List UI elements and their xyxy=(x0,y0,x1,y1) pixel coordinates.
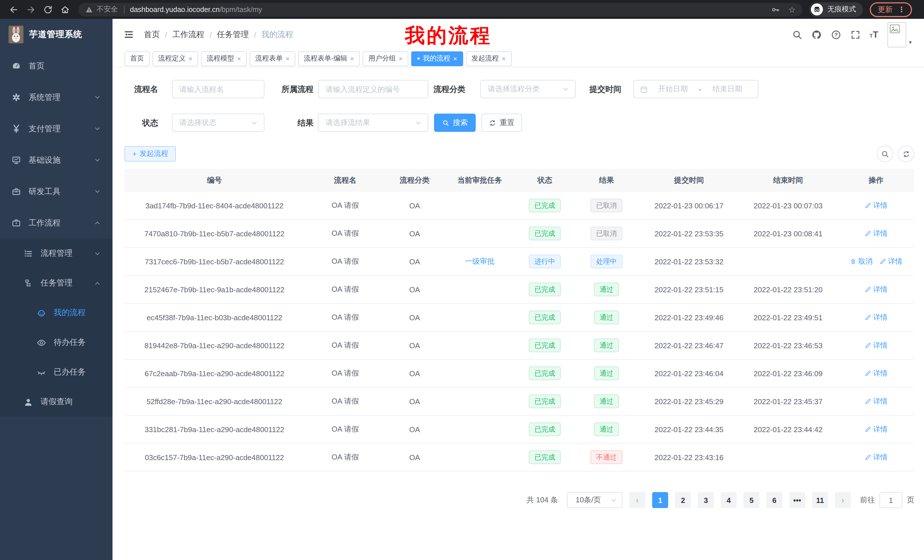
sidebar-item-label: 任务管理 xyxy=(40,278,72,288)
app-logo[interactable]: 芋道管理系统 xyxy=(0,19,112,50)
sidebar-item-done-tasks[interactable]: 已办任务 xyxy=(0,357,112,387)
close-icon[interactable]: × xyxy=(350,55,354,62)
page-button[interactable]: 6 xyxy=(766,492,782,508)
filter-form: 流程名 所属流程 流程分类 请选择流程分类 提交时间 开始日期 - 结束日期 xyxy=(124,80,914,132)
tab-my-process[interactable]: ●我的流程× xyxy=(411,51,463,66)
result-badge: 通过 xyxy=(594,367,619,380)
sidebar-item-payment[interactable]: 支付管理 xyxy=(0,113,112,144)
sidebar-item-leave-query[interactable]: 请假查询 xyxy=(0,387,112,417)
process-definition-input[interactable] xyxy=(318,80,428,98)
reset-button[interactable]: 重置 xyxy=(482,114,522,132)
page-button[interactable]: 1 xyxy=(652,492,668,508)
process-name-label: 流程名 xyxy=(124,80,158,98)
security-label[interactable]: 不安全 xyxy=(96,4,118,14)
status-select[interactable]: 请选择状态 xyxy=(172,114,264,132)
detail-link[interactable]: 详情 xyxy=(865,201,888,210)
avatar[interactable] xyxy=(888,22,906,47)
more-pages-button[interactable]: ••• xyxy=(789,492,805,508)
tab-home[interactable]: 首页 xyxy=(124,51,150,66)
detail-link[interactable]: 详情 xyxy=(865,368,888,378)
search-icon[interactable] xyxy=(792,29,802,40)
sidebar-item-home[interactable]: 首页 xyxy=(0,50,112,82)
page-button[interactable]: 5 xyxy=(744,492,759,508)
tab-process-definition[interactable]: 流程定义× xyxy=(153,51,198,66)
pencil-icon xyxy=(865,314,872,321)
tab-process-model[interactable]: 流程模型× xyxy=(201,51,247,66)
status-badge: 已完成 xyxy=(529,422,561,436)
search-button[interactable]: 搜索 xyxy=(434,114,476,132)
close-icon[interactable]: × xyxy=(237,55,241,62)
font-size-icon[interactable]: TT xyxy=(870,30,879,39)
show-search-button[interactable] xyxy=(877,145,893,162)
detail-link[interactable]: 详情 xyxy=(865,313,888,322)
update-button[interactable]: 更新 ⋮ xyxy=(870,2,912,17)
tab-start-process[interactable]: 发起流程× xyxy=(466,51,512,66)
detail-link[interactable]: 详情 xyxy=(865,424,888,434)
detail-link[interactable]: 详情 xyxy=(865,452,888,462)
prev-page-button[interactable]: ‹ xyxy=(629,492,645,508)
bookmark-star-icon[interactable]: ☆ xyxy=(788,5,795,13)
detail-link[interactable]: 详情 xyxy=(865,229,888,238)
sidebar-item-dev-tools[interactable]: 研发工具 xyxy=(0,176,112,207)
detail-link[interactable]: 详情 xyxy=(865,340,888,350)
forward-icon[interactable] xyxy=(26,4,36,15)
refresh-table-button[interactable] xyxy=(898,145,914,162)
close-icon[interactable]: × xyxy=(502,55,506,62)
page-button[interactable]: 3 xyxy=(698,492,714,508)
help-icon[interactable]: ? xyxy=(831,29,841,40)
back-icon[interactable] xyxy=(9,4,19,15)
close-icon[interactable]: × xyxy=(453,55,457,62)
page-button[interactable]: 4 xyxy=(721,492,736,508)
tab-process-form[interactable]: 流程表单× xyxy=(249,51,295,66)
page-button[interactable]: 11 xyxy=(812,492,828,508)
menu-fold-icon[interactable] xyxy=(123,29,134,40)
current-task-link[interactable]: 一级审批 xyxy=(465,257,495,265)
browser-menu-icon[interactable]: ⋮ xyxy=(898,5,905,14)
status-badge: 进行中 xyxy=(529,255,561,268)
sidebar-item-system[interactable]: 系统管理 xyxy=(0,82,112,113)
url-bar[interactable]: 不安全 dashboard.yudao.iocoder.cn/bpm/task/… xyxy=(78,3,802,16)
start-process-button[interactable]: + 发起流程 xyxy=(124,146,176,162)
detail-link[interactable]: 详情 xyxy=(879,257,902,266)
breadcrumb-item[interactable]: 任务管理 xyxy=(217,29,249,40)
detail-link[interactable]: 详情 xyxy=(865,397,888,406)
sidebar-item-infrastructure[interactable]: 基础设施 xyxy=(0,144,112,176)
refresh-icon xyxy=(902,150,910,158)
sidebar-item-workflow[interactable]: 工作流程 xyxy=(0,207,112,239)
page-button[interactable]: 2 xyxy=(675,492,691,508)
broken-image-icon xyxy=(889,24,901,34)
table-row: 7470a810-7b9b-11ec-b5b7-acde48001122 OA … xyxy=(124,220,914,248)
result-select[interactable]: 请选择流结果 xyxy=(318,114,428,132)
row-end-time: 2022-01-22 23:46:53 xyxy=(738,341,838,350)
github-icon[interactable] xyxy=(812,29,822,40)
fullscreen-icon[interactable] xyxy=(850,29,861,40)
row-submit-time: 2022-01-22 23:45:29 xyxy=(640,397,738,406)
sidebar-item-process-management[interactable]: 流程管理 xyxy=(0,239,112,268)
sidebar-item-task-management[interactable]: 任务管理 xyxy=(0,268,112,298)
tab-user-group[interactable]: 用户分组× xyxy=(363,51,408,66)
submit-time-range-picker[interactable]: 开始日期 - 结束日期 xyxy=(633,80,758,98)
page-size-select[interactable]: 10条/页 xyxy=(567,492,622,508)
key-icon[interactable] xyxy=(771,5,780,14)
row-end-time: 2022-01-22 23:45:37 xyxy=(738,397,838,406)
sidebar-item-todo-tasks[interactable]: 待办任务 xyxy=(0,328,112,357)
user-menu[interactable]: ▼ xyxy=(888,22,913,47)
next-page-button[interactable]: › xyxy=(835,492,851,508)
app-title: 芋道管理系统 xyxy=(29,29,82,40)
sidebar-item-my-process[interactable]: 我的流程 xyxy=(0,298,112,328)
detail-link[interactable]: 详情 xyxy=(865,284,888,294)
cancel-link[interactable]: 取消 xyxy=(850,257,873,266)
status-badge: 已完成 xyxy=(529,394,561,408)
breadcrumb-item[interactable]: 首页 xyxy=(144,29,160,40)
process-category-select[interactable]: 请选择流程分类 xyxy=(480,80,576,98)
breadcrumb-item[interactable]: 工作流程 xyxy=(172,29,204,40)
close-icon[interactable]: × xyxy=(399,55,403,62)
process-name-input[interactable] xyxy=(172,80,264,98)
tab-process-form-edit[interactable]: 流程表单-编辑× xyxy=(298,51,360,66)
home-icon[interactable] xyxy=(60,4,70,15)
close-icon[interactable]: × xyxy=(285,55,290,62)
reload-icon[interactable] xyxy=(43,4,53,15)
goto-page-input[interactable] xyxy=(879,492,902,508)
list-icon xyxy=(23,249,33,258)
close-icon[interactable]: × xyxy=(189,55,192,62)
